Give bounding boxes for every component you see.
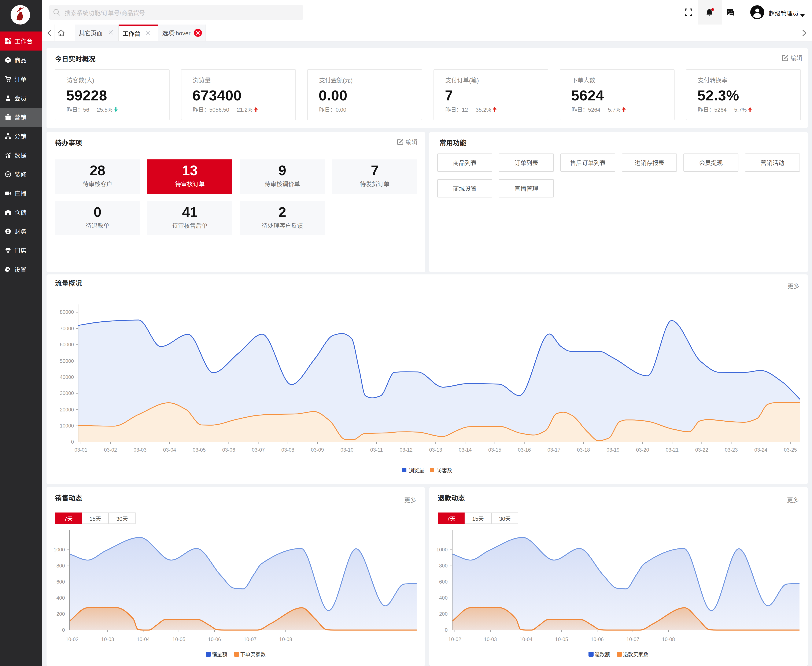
- svg-text:03-05: 03-05: [193, 447, 206, 453]
- svg-text:10-05: 10-05: [172, 636, 185, 642]
- svg-text:600: 600: [56, 579, 65, 585]
- svg-text:400: 400: [439, 595, 448, 601]
- svg-text:03-08: 03-08: [281, 447, 294, 453]
- svg-text:30000: 30000: [60, 390, 74, 396]
- svg-text:03-20: 03-20: [636, 447, 649, 453]
- svg-text:03-17: 03-17: [548, 447, 560, 453]
- svg-text:10-03: 10-03: [101, 636, 114, 642]
- svg-text:10-07: 10-07: [626, 636, 639, 642]
- svg-text:10-06: 10-06: [591, 636, 604, 642]
- svg-text:400: 400: [56, 595, 65, 601]
- svg-text:03-19: 03-19: [606, 447, 619, 453]
- svg-text:03-25: 03-25: [784, 447, 797, 453]
- svg-text:03-07: 03-07: [252, 447, 265, 453]
- svg-text:1000: 1000: [436, 547, 447, 552]
- svg-text:10-03: 10-03: [484, 636, 497, 642]
- svg-text:0: 0: [445, 627, 447, 633]
- svg-text:03-02: 03-02: [104, 447, 117, 453]
- svg-text:03-01: 03-01: [74, 447, 87, 453]
- svg-text:退款额: 退款额: [595, 652, 610, 657]
- svg-text:03-10: 03-10: [340, 447, 353, 453]
- svg-text:退款买家数: 退款买家数: [623, 652, 648, 657]
- svg-text:60000: 60000: [60, 342, 74, 347]
- svg-text:600: 600: [439, 579, 448, 585]
- svg-text:03-14: 03-14: [459, 447, 472, 453]
- svg-text:03-13: 03-13: [429, 447, 442, 453]
- svg-text:03-22: 03-22: [695, 447, 708, 453]
- svg-text:10-07: 10-07: [244, 636, 256, 642]
- svg-text:03-06: 03-06: [222, 447, 235, 453]
- svg-text:800: 800: [439, 563, 448, 569]
- svg-text:10-06: 10-06: [208, 636, 221, 642]
- svg-text:1000: 1000: [53, 547, 65, 552]
- svg-text:10-04: 10-04: [520, 636, 533, 642]
- svg-text:70000: 70000: [60, 326, 74, 331]
- svg-text:访客数: 访客数: [437, 468, 452, 473]
- svg-text:03-18: 03-18: [577, 447, 590, 453]
- svg-text:03-03: 03-03: [134, 447, 147, 453]
- svg-text:03-15: 03-15: [488, 447, 501, 453]
- svg-text:10-05: 10-05: [555, 636, 568, 642]
- svg-text:03-24: 03-24: [754, 447, 767, 453]
- svg-text:40000: 40000: [60, 374, 74, 380]
- svg-text:浏览量: 浏览量: [409, 468, 424, 473]
- svg-text:03-16: 03-16: [518, 447, 531, 453]
- svg-text:10-04: 10-04: [137, 636, 150, 642]
- svg-text:10-08: 10-08: [279, 636, 292, 642]
- svg-text:03-23: 03-23: [725, 447, 738, 453]
- svg-text:03-12: 03-12: [399, 447, 413, 453]
- svg-text:200: 200: [56, 611, 65, 617]
- svg-text:03-21: 03-21: [666, 447, 678, 453]
- svg-text:80000: 80000: [60, 309, 74, 315]
- svg-text:50000: 50000: [60, 358, 74, 364]
- svg-text:10000: 10000: [60, 423, 74, 429]
- svg-text:下单买家数: 下单买家数: [240, 652, 266, 657]
- svg-text:销量额: 销量额: [212, 652, 227, 657]
- svg-text:10-02: 10-02: [66, 636, 78, 642]
- svg-text:0: 0: [71, 439, 74, 445]
- svg-text:200: 200: [439, 611, 448, 617]
- svg-text:20000: 20000: [60, 407, 74, 412]
- svg-text:03-09: 03-09: [311, 447, 324, 453]
- svg-text:10-08: 10-08: [662, 636, 675, 642]
- svg-text:03-04: 03-04: [163, 447, 176, 453]
- svg-text:03-11: 03-11: [370, 447, 383, 453]
- svg-text:0: 0: [62, 627, 65, 633]
- svg-text:800: 800: [56, 563, 65, 569]
- svg-text:10-02: 10-02: [448, 636, 461, 642]
